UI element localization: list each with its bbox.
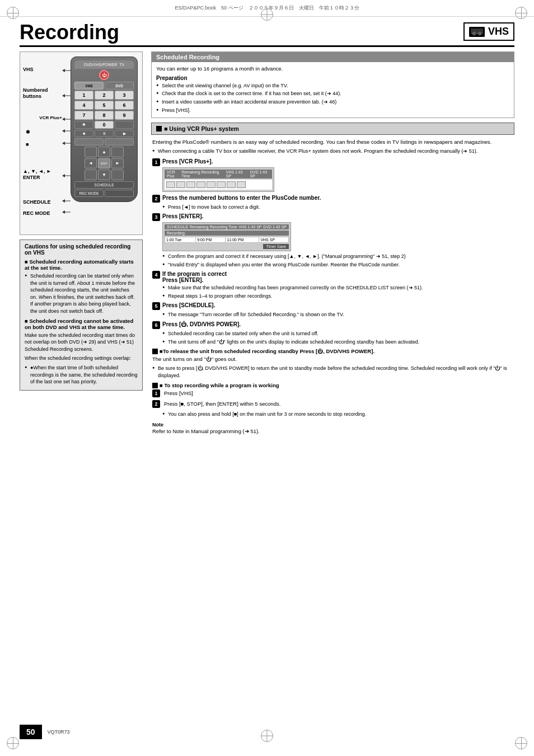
numbered-buttons-label: Numberedbuttons — [23, 87, 48, 100]
prep-bullet-4: Press [VHS]. — [156, 107, 509, 114]
step-5: 5 Press [SCHEDULE]. The message "Turn re… — [152, 302, 513, 318]
prep-bullet-2: Check that the clock is set to the corre… — [156, 90, 509, 97]
page-footer: 50 VQT0R73 — [20, 725, 70, 739]
page-title: Recording — [20, 22, 119, 43]
step-2: 2 Press the numbered buttons to enter th… — [152, 195, 513, 211]
asterisk-label: ✱ — [26, 129, 30, 136]
caution-section2-intro: Make sure the scheduled recording start … — [25, 332, 138, 353]
note-section: Note Refer to Note in Manual programming… — [152, 422, 513, 435]
step-2-number: 2 — [152, 195, 160, 203]
step-1-number: 1 — [152, 158, 160, 166]
stop-step-2-num: 2 — [152, 400, 160, 408]
vcr-plus-label: VCR Plus+ — [39, 115, 62, 121]
stop-step-2: Press [■, STOP], then [ENTER] within 5 s… — [164, 400, 280, 408]
caution-section1-title: ■ Scheduled recording automatically star… — [25, 259, 138, 271]
release-title: ■To release the unit from scheduled reco… — [152, 348, 513, 354]
caution-overlap-title: When the scheduled recording settings ov… — [25, 355, 138, 362]
step-6: 6 Press [⏻, DVD/VHS POWER]. Scheduled re… — [152, 321, 513, 345]
vcr-plus-section: ■ Using VCR Plus+ system — [151, 123, 514, 135]
stop-label: ■ — [26, 142, 29, 148]
step-4: 4 If the program is correctPress [ENTER]… — [152, 271, 513, 299]
step-4-label: If the program is correctPress [ENTER]. — [162, 271, 227, 283]
step-6-label: Press [⏻, DVD/VHS POWER]. — [162, 321, 241, 327]
cautions-title: Cautions for using scheduled recording o… — [25, 243, 138, 256]
scheduled-recording-intro: You can enter up to 16 programs a month … — [156, 65, 509, 73]
step-6-bullet-1: Scheduled recording can be started only … — [162, 330, 513, 337]
step-5-number: 5 — [152, 302, 160, 310]
step-5-content: The message "Turn recorder off for Sched… — [152, 311, 513, 318]
caution-overlap-text: ●When the start time of both scheduled r… — [25, 364, 138, 386]
svg-marker-16 — [62, 174, 65, 177]
svg-marker-8 — [62, 94, 65, 97]
step-6-number: 6 — [152, 321, 160, 329]
vcr-plus-intro: Entering the PlusCode® numbers is an eas… — [152, 138, 513, 146]
step-5-bullet: The message "Turn recorder off for Sched… — [162, 311, 513, 318]
step-1: 1 Press [VCR Plus+]. VCR Plus Remaining … — [152, 158, 513, 192]
page-number: 50 — [20, 725, 42, 739]
vcr-plus-title: ■ Using VCR Plus+ system — [156, 125, 509, 132]
black-square-release-icon — [152, 349, 158, 354]
screen-image-2: SCHEDULERemaining Recording TimeVHS 1:43… — [162, 222, 291, 251]
dpad-label: ▲, ▼, ◄, ►ENTER — [23, 168, 51, 181]
vhs-cassette-icon — [469, 27, 485, 37]
prep-bullet-3: Insert a video cassette with an intact a… — [156, 98, 509, 106]
release-bullet: Be sure to press [⏻, DVD/VHS POWER] to r… — [152, 365, 513, 379]
stop-step-1: Press [VHS] — [164, 389, 193, 397]
reg-mark-tl — [7, 7, 19, 19]
reg-mark-tr — [515, 7, 527, 19]
step-4-bullet-1: Make sure that the scheduled recording h… — [162, 284, 513, 292]
step-3-number: 3 — [152, 213, 160, 221]
step-3: 3 Press [ENTER]. SCHEDULERemaining Recor… — [152, 213, 513, 268]
schedule-label: SCHEDULE — [23, 199, 51, 206]
svg-marker-14 — [62, 142, 65, 145]
rec-mode-label: REC MODE — [23, 210, 50, 217]
vcr-plus-body: Entering the PlusCode® numbers is an eas… — [151, 138, 514, 435]
step-3-content: Confirm the program and correct it if ne… — [152, 253, 513, 268]
remote-body: DVD/VHS/POWER TV ⏻ VHS DVD — [71, 57, 138, 202]
caution-section2-title: ■ Scheduled recording cannot be activate… — [25, 318, 138, 330]
scheduled-recording-header: Scheduled Recording — [152, 52, 514, 62]
vcr-plus-cable-note: When connecting a cable TV box or satell… — [152, 148, 513, 155]
step-4-content: Make sure that the scheduled recording h… — [152, 284, 513, 299]
step-2-label: Press the numbered buttons to enter the … — [162, 195, 321, 201]
note-text: Refer to Note in Manual programming (➜ 5… — [152, 428, 513, 435]
step-4-number: 4 — [152, 271, 160, 279]
remote-diagram: VHS Numberedbuttons VCR Plus+ ✱ ■ ▲, ▼, … — [20, 51, 143, 235]
step-4-bullet-2: Repeat steps 1–4 to program other record… — [162, 293, 513, 300]
svg-marker-6 — [62, 69, 65, 72]
step-2-content: Press [◄] to move back to correct a digi… — [152, 204, 513, 211]
reg-mark-top-center — [261, 8, 273, 21]
reg-mark-br — [515, 737, 527, 749]
note-title: Note — [152, 422, 513, 428]
step-3-bullet-2: "Invalid Entry" is displayed when you en… — [162, 261, 513, 269]
caution-section1-text: Scheduled recording can be started only … — [25, 273, 138, 315]
prep-bullet-1: Select the unit viewing channel (e.g. AV… — [156, 82, 509, 90]
page-code: VQT0R73 — [48, 729, 70, 735]
black-square-stop-icon — [152, 383, 158, 388]
step-3-bullet-1: Confirm the program and correct it if ne… — [162, 253, 513, 260]
scheduled-recording-section: Scheduled Recording You can enter up to … — [151, 51, 514, 118]
svg-point-3 — [478, 32, 481, 35]
screen-image-1: VCR Plus Remaining Recording TimeVHS 1:4… — [162, 167, 274, 192]
stop-step-2-note: You can also press and hold [■] on the m… — [162, 411, 513, 418]
svg-point-2 — [472, 32, 476, 35]
svg-marker-18 — [62, 199, 65, 203]
svg-marker-12 — [62, 129, 65, 133]
release-section: ■To release the unit from scheduled reco… — [152, 348, 513, 379]
step-5-label: Press [SCHEDULE]. — [162, 302, 215, 308]
svg-marker-10 — [62, 118, 65, 121]
stop-recording-section: ■ To stop recording while a program is w… — [152, 382, 513, 417]
black-square-icon — [156, 126, 162, 132]
stop-recording-title: ■ To stop recording while a program is w… — [152, 382, 513, 388]
svg-rect-4 — [476, 33, 478, 34]
step-2-bullet: Press [◄] to move back to correct a digi… — [162, 204, 513, 211]
step-6-content: Scheduled recording can be started only … — [152, 330, 513, 345]
preparation-title: Preparation — [156, 75, 509, 81]
cautions-box: Cautions for using scheduled recording o… — [20, 240, 143, 391]
vhs-label-remote: VHS — [23, 67, 34, 73]
reg-mark-bl — [7, 737, 19, 749]
vhs-badge: VHS — [463, 22, 514, 41]
step-3-label: Press [ENTER]. — [162, 213, 203, 219]
svg-marker-20 — [62, 210, 65, 214]
step-1-label: Press [VCR Plus+]. — [162, 158, 213, 165]
